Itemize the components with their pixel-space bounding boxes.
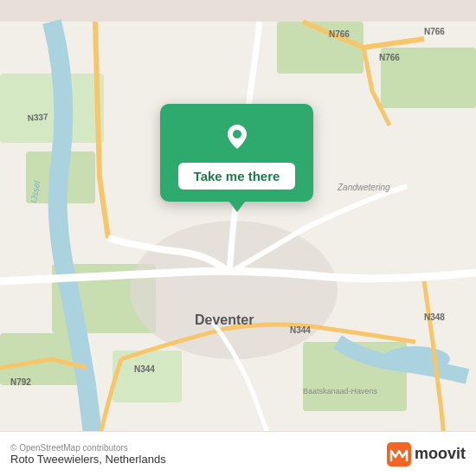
svg-text:N792: N792 bbox=[10, 377, 31, 387]
place-name: Roto Tweewielers, Netherlands bbox=[10, 453, 166, 466]
location-pin-icon bbox=[218, 118, 256, 156]
svg-text:N348: N348 bbox=[424, 312, 445, 322]
bottom-info: © OpenStreetMap contributors Roto Tweewi… bbox=[10, 443, 166, 466]
svg-point-9 bbox=[381, 346, 450, 372]
map-background: N337 N766 N766 N766 N344 N344 N792 N348 … bbox=[0, 0, 476, 476]
svg-text:N344: N344 bbox=[290, 325, 311, 335]
moovit-m-icon bbox=[387, 442, 411, 466]
map-attribution: © OpenStreetMap contributors bbox=[10, 443, 166, 453]
svg-point-24 bbox=[233, 130, 241, 138]
take-me-there-button[interactable]: Take me there bbox=[178, 163, 296, 190]
moovit-text: moovit bbox=[415, 445, 466, 463]
moovit-logo: moovit bbox=[387, 442, 466, 466]
svg-text:N766: N766 bbox=[379, 53, 400, 62]
bottom-bar: © OpenStreetMap contributors Roto Tweewi… bbox=[0, 431, 476, 476]
svg-text:Zandwetering: Zandwetering bbox=[337, 183, 390, 192]
svg-rect-1 bbox=[0, 74, 104, 143]
svg-text:N766: N766 bbox=[424, 27, 445, 36]
svg-text:Deventer: Deventer bbox=[195, 312, 254, 327]
location-popup: Take me there bbox=[160, 104, 313, 202]
svg-text:N344: N344 bbox=[134, 364, 155, 374]
svg-text:N337: N337 bbox=[27, 112, 48, 123]
svg-text:Baatskanaad-Havens: Baatskanaad-Havens bbox=[303, 387, 378, 396]
svg-text:N766: N766 bbox=[329, 29, 350, 39]
map-container: N337 N766 N766 N766 N344 N344 N792 N348 … bbox=[0, 0, 476, 476]
